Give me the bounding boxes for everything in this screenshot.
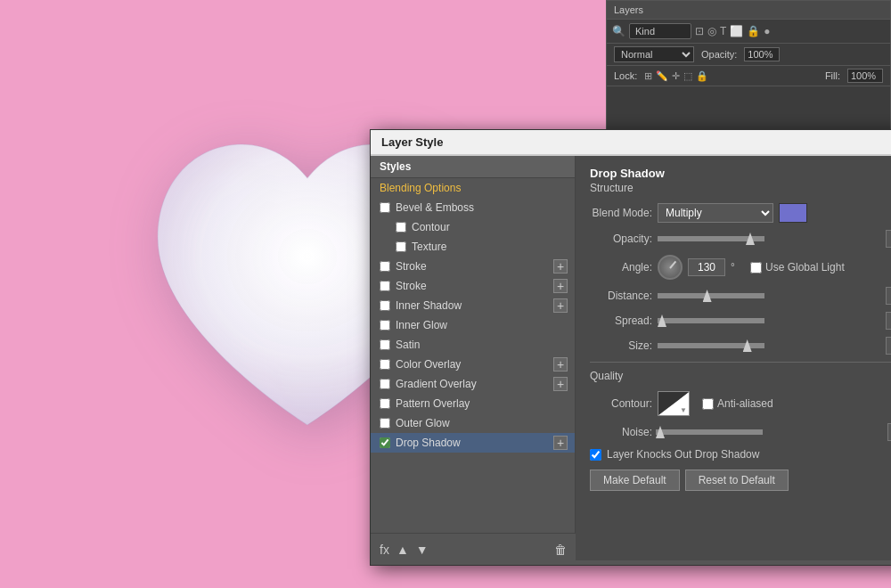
texture-checkbox[interactable]: [396, 241, 406, 252]
drop-shadow-label: Drop Shadow: [396, 437, 461, 449]
contour-preview[interactable]: [658, 391, 690, 416]
color-overlay-plus-btn[interactable]: +: [553, 357, 568, 372]
blend-mode-row: Blend Mode: Multiply Normal Screen Overl…: [590, 203, 891, 223]
opacity-input[interactable]: [886, 230, 891, 248]
contour-item[interactable]: Contour: [371, 217, 575, 237]
spread-label: Spread:: [590, 314, 652, 327]
angle-unit: °: [731, 261, 745, 274]
layers-filter-shape-icon[interactable]: ⬜: [730, 25, 743, 37]
layers-filter-pixel-icon[interactable]: ⊡: [695, 25, 704, 37]
satin-label: Satin: [396, 339, 420, 351]
distance-slider[interactable]: [658, 293, 764, 298]
layers-panel-title: Layers: [607, 1, 890, 20]
layers-panel: Layers 🔍 ⊡ ◎ T ⬜ 🔒 ● Normal Opacity: Loc…: [606, 0, 891, 138]
angle-input[interactable]: [688, 258, 725, 276]
drop-shadow-checkbox[interactable]: [380, 437, 390, 448]
spread-input[interactable]: [886, 312, 891, 330]
layers-filter-text-icon[interactable]: T: [720, 25, 726, 37]
satin-checkbox[interactable]: [380, 339, 390, 350]
opacity-slider[interactable]: [658, 236, 764, 241]
drop-shadow-plus-btn[interactable]: +: [553, 436, 568, 450]
layers-kind-input[interactable]: [629, 23, 691, 39]
styles-header: Styles: [371, 156, 575, 178]
color-overlay-label: Color Overlay: [396, 358, 461, 371]
texture-item[interactable]: Texture: [371, 237, 575, 257]
lock-icons-group: ⊞ ✏️ ✛ ⬚ 🔒: [644, 70, 708, 82]
layers-filter-dot-icon[interactable]: ●: [764, 25, 770, 37]
stroke2-plus-btn[interactable]: +: [553, 279, 568, 293]
anti-aliased-container: Anti-aliased: [702, 397, 773, 410]
noise-slider[interactable]: [656, 429, 763, 435]
move-down-icon[interactable]: ▼: [416, 543, 429, 557]
layers-filter-smart-icon[interactable]: 🔒: [747, 25, 760, 37]
stroke1-label: Stroke: [396, 260, 427, 273]
color-overlay-checkbox[interactable]: [380, 359, 390, 370]
noise-input[interactable]: [887, 423, 891, 441]
size-label: Size:: [590, 339, 652, 352]
reset-default-button[interactable]: Reset to Default: [685, 470, 789, 491]
make-default-button[interactable]: Make Default: [590, 470, 680, 491]
lock-all-icon[interactable]: 🔒: [696, 70, 708, 82]
move-up-icon[interactable]: ▲: [396, 543, 409, 557]
opacity-label: Opacity:: [590, 233, 652, 245]
outer-glow-item[interactable]: Outer Glow: [371, 413, 575, 433]
contour-checkbox[interactable]: [396, 222, 406, 233]
lock-transparency-icon[interactable]: ⊞: [644, 70, 652, 82]
blending-options-item[interactable]: Blending Options: [371, 178, 575, 198]
inner-glow-item[interactable]: Inner Glow: [371, 315, 575, 335]
pattern-overlay-item[interactable]: Pattern Overlay: [371, 394, 575, 413]
quality-section: Quality Contour: Anti-aliased: [590, 370, 891, 491]
layer-knocks-row: Layer Knocks Out Drop Shadow: [590, 448, 891, 461]
distance-input[interactable]: [886, 287, 891, 305]
inner-shadow-plus-btn[interactable]: +: [553, 298, 568, 313]
pattern-overlay-checkbox[interactable]: [380, 398, 390, 409]
noise-row: Noise: %: [590, 423, 891, 441]
drop-shadow-title: Drop Shadow: [590, 167, 891, 180]
lock-paint-icon[interactable]: ✏️: [656, 70, 668, 82]
gradient-overlay-item[interactable]: Gradient Overlay +: [371, 374, 575, 394]
color-overlay-item[interactable]: Color Overlay +: [371, 355, 575, 374]
size-slider[interactable]: [658, 343, 764, 348]
layers-fill-label: Fill:: [825, 70, 840, 81]
size-slider-container: [658, 343, 880, 348]
gradient-overlay-plus-btn[interactable]: +: [553, 377, 568, 391]
inner-shadow-item[interactable]: Inner Shadow +: [371, 296, 575, 315]
anti-aliased-checkbox[interactable]: [702, 398, 714, 410]
blend-mode-color-swatch[interactable]: [779, 203, 807, 223]
distance-slider-container: [658, 293, 880, 298]
opacity-slider-container: [658, 236, 880, 241]
layers-filter-adjust-icon[interactable]: ◎: [707, 25, 716, 37]
quality-title: Quality: [590, 370, 891, 382]
stroke1-item[interactable]: Stroke +: [371, 257, 575, 276]
blend-mode-select[interactable]: Multiply Normal Screen Overlay: [658, 203, 773, 223]
use-global-light-checkbox[interactable]: [750, 262, 762, 274]
styles-toolbar: fx ▲ ▼ 🗑: [371, 533, 576, 560]
gradient-overlay-checkbox[interactable]: [380, 379, 390, 389]
layer-knocks-checkbox[interactable]: [590, 449, 601, 461]
bevel-emboss-checkbox[interactable]: [380, 202, 390, 213]
lock-artboard-icon[interactable]: ⬚: [683, 70, 692, 82]
drop-shadow-item[interactable]: Drop Shadow +: [371, 433, 575, 453]
stroke2-checkbox[interactable]: [380, 281, 390, 291]
distance-row: Distance: px: [590, 287, 891, 305]
satin-item[interactable]: Satin: [371, 335, 575, 355]
pattern-overlay-label: Pattern Overlay: [396, 397, 470, 410]
outer-glow-checkbox[interactable]: [380, 418, 390, 429]
trash-icon[interactable]: 🗑: [554, 543, 567, 557]
fx-icon[interactable]: fx: [380, 543, 389, 557]
inner-shadow-checkbox[interactable]: [380, 300, 390, 311]
bevel-emboss-item[interactable]: Bevel & Emboss: [371, 198, 575, 217]
angle-dial[interactable]: [658, 255, 683, 280]
stroke1-checkbox[interactable]: [380, 261, 390, 272]
inner-glow-checkbox[interactable]: [380, 320, 390, 331]
size-input[interactable]: [886, 337, 891, 355]
dialog-title: Layer Style: [371, 130, 891, 156]
stroke1-plus-btn[interactable]: +: [553, 259, 568, 274]
layers-fill-input[interactable]: [847, 69, 883, 83]
spread-slider[interactable]: [658, 318, 764, 323]
lock-move-icon[interactable]: ✛: [672, 70, 680, 82]
stroke2-item[interactable]: Stroke +: [371, 276, 575, 296]
layers-blend-mode-select[interactable]: Normal: [614, 46, 694, 62]
layers-opacity-input[interactable]: [744, 47, 780, 61]
dialog-body: Styles Blending Options Bevel & Emboss C…: [371, 156, 891, 560]
